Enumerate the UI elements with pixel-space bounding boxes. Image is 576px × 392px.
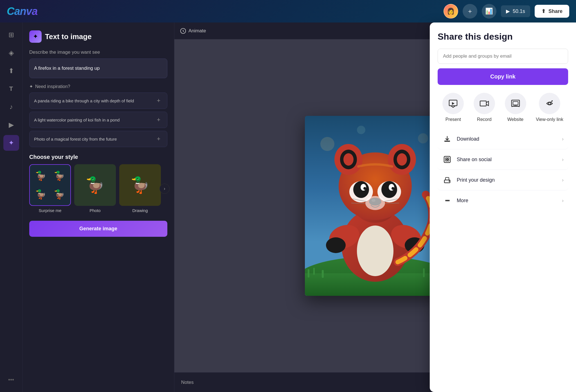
email-input[interactable] [438, 49, 568, 64]
present-label: Present [446, 117, 461, 122]
video-icon: ▶ [9, 121, 14, 129]
style-next-arrow[interactable]: › [159, 184, 170, 194]
share-button[interactable]: ⬆ Share [535, 5, 569, 18]
suggestion-forest-text: Photo of a magical forest city from the … [34, 137, 155, 141]
svg-point-31 [381, 181, 397, 198]
share-social-chevron: › [562, 157, 564, 163]
style-drawing[interactable]: 🦆 Drawing [119, 164, 161, 213]
style-section-title: Choose your style [29, 154, 167, 160]
duck-grid: 🦆 🦆 🦆 🦆 [30, 165, 70, 205]
play-duration: 50.1s [513, 8, 525, 14]
share-record-item[interactable]: Record [474, 93, 495, 122]
more-label: More [457, 198, 557, 204]
svg-point-34 [363, 187, 366, 190]
style-surprise-me[interactable]: 🦆 🦆 🦆 🦆 Surprise me [29, 164, 71, 213]
style-photo-thumb: 🦆 [74, 164, 116, 206]
animate-button[interactable]: Animate [180, 28, 206, 34]
sidebar-item-grid[interactable]: ⊞ [3, 27, 19, 43]
svg-rect-51 [446, 158, 447, 159]
svg-point-17 [326, 237, 346, 253]
svg-marker-44 [452, 102, 454, 105]
svg-point-48 [548, 102, 551, 105]
sidebar-item-music[interactable]: ♪ [3, 99, 19, 115]
sidebar-item-ai[interactable]: ✦ [3, 135, 19, 151]
svg-rect-49 [444, 141, 450, 142]
website-label: Website [507, 117, 524, 122]
duck-1: 🦆 [32, 167, 50, 184]
canvas-image [305, 116, 446, 296]
duck-2: 🦆 [51, 167, 68, 184]
suggestion-koi-plus: + [155, 116, 163, 124]
download-icon [442, 134, 452, 144]
svg-rect-10 [322, 270, 324, 278]
play-icon: ▶ [506, 8, 510, 14]
share-panel-title: Share this design [438, 31, 568, 42]
generate-button[interactable]: Generate image [29, 221, 167, 237]
prompt-input[interactable]: A firefox in a forest standing up [29, 58, 167, 78]
record-icon-circle [474, 93, 495, 114]
svg-rect-52 [447, 158, 449, 159]
svg-point-4 [357, 126, 365, 134]
duck-photo-icon: 🦆 [85, 176, 105, 194]
duck-4: 🦆 [51, 186, 68, 203]
download-chevron: › [562, 136, 564, 142]
view-only-link-label: View-only link [536, 117, 563, 122]
style-photo[interactable]: 🦆 Photo [74, 164, 116, 213]
sidebar-item-text[interactable]: T [3, 81, 19, 97]
share-icon: ⬆ [541, 8, 546, 14]
suggestion-panda-text: A panda riding a bike through a city wit… [34, 98, 155, 103]
print-chevron: › [562, 177, 564, 183]
sidebar-item-upload[interactable]: ⬆ [3, 63, 19, 79]
add-collaborator-button[interactable]: ＋ [463, 4, 477, 19]
panel-title-row: ✦ Text to image [29, 30, 167, 43]
duck-3: 🦆 [32, 186, 50, 203]
main-area: ⊞ ◈ ⬆ T ♪ ▶ ✦ ••• ✦ Text to image Descri… [0, 22, 576, 392]
view-only-link-icon-circle [539, 93, 560, 114]
share-present-item[interactable]: Present [442, 93, 464, 122]
panel-icon-box: ✦ [29, 30, 42, 43]
svg-point-35 [392, 187, 394, 190]
more-menu-item[interactable]: ••• More › [438, 190, 568, 211]
print-label: Print your design [457, 177, 557, 183]
prompt-value: A firefox in a forest standing up [34, 66, 100, 71]
share-social-label: Share on social [457, 157, 557, 163]
svg-point-27 [397, 153, 407, 166]
present-icon-circle [442, 93, 464, 114]
avatar[interactable]: 👩 [444, 4, 458, 19]
style-drawing-label: Drawing [132, 208, 148, 213]
notes-label: Notes [181, 380, 194, 385]
style-surprise-thumb: 🦆 🦆 🦆 🦆 [29, 164, 71, 206]
svg-point-15 [357, 226, 393, 276]
svg-point-2 [320, 137, 334, 151]
stats-button[interactable]: 📊 [482, 4, 496, 19]
left-panel: ✦ Text to image Describe the image you w… [22, 22, 174, 392]
download-menu-item[interactable]: Download › [438, 129, 568, 149]
sidebar-item-video[interactable]: ▶ [3, 117, 19, 133]
suggestion-forest[interactable]: Photo of a magical forest city from the … [29, 131, 167, 147]
sidebar-more-button[interactable]: ••• [8, 377, 14, 383]
sparkle-icon: ✦ [33, 33, 38, 40]
share-website-item[interactable]: Website [505, 93, 526, 122]
chart-icon: 📊 [485, 8, 493, 15]
play-button[interactable]: ▶ 50.1s [501, 5, 530, 17]
svg-rect-9 [313, 268, 315, 275]
share-social-menu-item[interactable]: Share on social › [438, 149, 568, 170]
share-panel: Share this design Copy link Present [430, 22, 576, 392]
sidebar-item-shapes[interactable]: ◈ [3, 45, 19, 61]
panel-title: Text to image [45, 32, 92, 41]
plus-icon: ＋ [467, 7, 473, 15]
print-menu-item[interactable]: Print your design › [438, 170, 568, 190]
suggestion-koi[interactable]: A light watercolor painting of koi fish … [29, 112, 167, 128]
svg-point-38 [365, 196, 385, 210]
suggestion-panda[interactable]: A panda riding a bike through a city wit… [29, 93, 167, 109]
svg-point-30 [353, 181, 369, 198]
share-view-only-item[interactable]: View-only link [536, 93, 563, 122]
animate-icon [180, 28, 186, 34]
sidebar-icons: ⊞ ◈ ⬆ T ♪ ▶ ✦ ••• [0, 22, 22, 392]
header: Canva 👩 ＋ 📊 ▶ 50.1s ⬆ Share [0, 0, 576, 22]
copy-link-button[interactable]: Copy link [438, 68, 568, 85]
red-panda-svg [305, 116, 446, 296]
svg-rect-11 [423, 268, 425, 277]
record-label: Record [477, 117, 492, 122]
svg-rect-45 [480, 101, 486, 106]
